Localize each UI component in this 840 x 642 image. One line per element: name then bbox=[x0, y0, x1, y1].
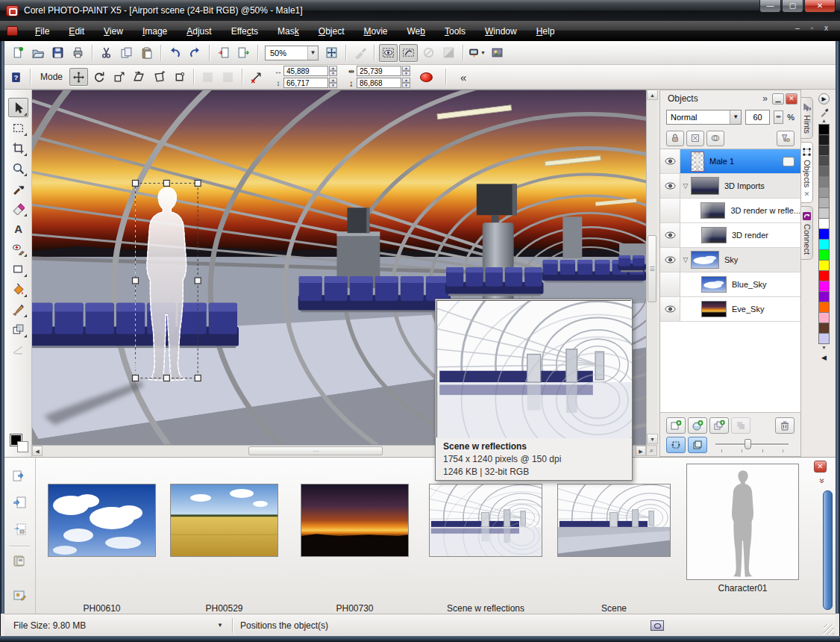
edit-image-icon[interactable] bbox=[10, 586, 28, 604]
navigator-icon[interactable]: ⌕ bbox=[646, 445, 657, 456]
new-lens-button[interactable] bbox=[688, 417, 707, 434]
size-w-spinner[interactable]: ▲▼ bbox=[402, 66, 410, 76]
thumbnail-image[interactable] bbox=[557, 484, 671, 557]
scroll-up-icon[interactable]: ▲ bbox=[647, 90, 658, 100]
palette-scroll-down-icon[interactable]: ▼ bbox=[821, 344, 827, 352]
merge-dropdown-icon[interactable]: ▼ bbox=[730, 110, 741, 124]
thumbnail-image[interactable] bbox=[301, 484, 409, 557]
status-dropdown-icon[interactable]: ▼ bbox=[217, 622, 232, 629]
color-swatch[interactable] bbox=[818, 145, 830, 156]
filmstrip-item[interactable]: PH00529 bbox=[170, 484, 278, 557]
menu-effects[interactable]: Effects bbox=[222, 23, 268, 40]
color-swatch[interactable] bbox=[818, 124, 830, 135]
filmstrip-close-button[interactable]: ✕ bbox=[814, 461, 827, 473]
mask-marquee-toggle[interactable] bbox=[399, 44, 418, 62]
size-h-input[interactable] bbox=[357, 78, 401, 88]
open-button[interactable] bbox=[28, 44, 47, 62]
color-swatch[interactable] bbox=[818, 176, 830, 187]
filmstrip-item[interactable]: Scene bbox=[557, 484, 671, 557]
tab-objects[interactable]: Objects✕ bbox=[801, 142, 813, 203]
color-swatch[interactable] bbox=[818, 270, 830, 281]
color-swatch[interactable] bbox=[818, 218, 830, 229]
menu-web[interactable]: Web bbox=[398, 23, 435, 40]
v-scroll-thumb[interactable]: ☰ bbox=[648, 235, 656, 302]
filmstrip-item[interactable]: Scene w reflections bbox=[429, 484, 542, 557]
browse-folder-icon[interactable] bbox=[10, 552, 28, 570]
zoom-level-combo[interactable]: 50%▼ bbox=[265, 46, 319, 60]
color-swatch[interactable] bbox=[818, 291, 830, 302]
thumbnail-image[interactable] bbox=[429, 484, 542, 557]
copy-button[interactable] bbox=[117, 44, 136, 62]
color-swatch[interactable] bbox=[818, 333, 830, 344]
position-y-input[interactable] bbox=[283, 78, 328, 88]
title-bar[interactable]: Corel PHOTO-PAINT X5 - [Airport scene (2… bbox=[0, 0, 840, 21]
layer-row-3d-render[interactable]: 3D render bbox=[660, 223, 800, 248]
eyedropper-tool[interactable] bbox=[8, 178, 28, 198]
eraser-tool[interactable] bbox=[8, 199, 28, 218]
new-button[interactable] bbox=[8, 44, 27, 62]
docker-minimize-button[interactable]: ▁ bbox=[772, 93, 784, 105]
thumbnail-image[interactable] bbox=[686, 464, 799, 580]
filmstrip-item[interactable]: PH00730 bbox=[301, 484, 409, 557]
lock-transparency-button[interactable] bbox=[666, 131, 684, 146]
visibility-eye-icon[interactable] bbox=[660, 223, 680, 247]
crop-tool[interactable] bbox=[8, 138, 28, 158]
thumbnail-image[interactable] bbox=[170, 484, 278, 557]
import-button[interactable] bbox=[214, 44, 233, 62]
menu-view[interactable]: View bbox=[94, 23, 133, 40]
size-h-spinner[interactable]: ▲▼ bbox=[402, 78, 410, 88]
skew-mode-button[interactable] bbox=[130, 68, 148, 86]
mdi-window-controls[interactable]: – ▫ x bbox=[795, 24, 833, 32]
color-swatch[interactable] bbox=[818, 260, 830, 271]
canvas-vertical-scrollbar[interactable]: ▲ ☰ ▼ bbox=[646, 90, 657, 445]
paste-button[interactable] bbox=[137, 44, 156, 62]
thumbnail-image[interactable] bbox=[48, 484, 156, 557]
menu-file[interactable]: File bbox=[25, 23, 59, 40]
position-y-spinner[interactable]: ▲▼ bbox=[329, 78, 337, 88]
merge-mode-select[interactable]: Normal ▼ bbox=[666, 110, 742, 125]
text-tool[interactable]: A bbox=[8, 219, 28, 238]
color-swatch[interactable] bbox=[818, 322, 830, 334]
color-swatch[interactable] bbox=[818, 134, 830, 146]
position-x-input[interactable] bbox=[283, 66, 328, 76]
document-info-icon[interactable] bbox=[651, 620, 664, 631]
filmstrip-item[interactable]: Character01 bbox=[686, 464, 799, 580]
pick-tool[interactable] bbox=[8, 98, 28, 117]
layer-row-3d-imports[interactable]: ▽3D Imports bbox=[660, 174, 800, 199]
mask-overlay-toggle[interactable] bbox=[379, 44, 398, 62]
menu-help[interactable]: Help bbox=[527, 23, 565, 40]
zoom-fit-button[interactable] bbox=[322, 44, 341, 62]
visibility-off-cell[interactable] bbox=[660, 272, 680, 296]
filmstrip-item[interactable]: PH00610 bbox=[48, 484, 156, 557]
clip-mask-thumbnail[interactable] bbox=[783, 157, 794, 166]
restore-button[interactable]: ▢ bbox=[782, 0, 803, 13]
color-swatch[interactable] bbox=[818, 239, 830, 250]
tab-hints[interactable]: ?Hints bbox=[801, 97, 813, 139]
scroll-left-icon[interactable]: ◀ bbox=[32, 446, 43, 456]
close-button[interactable]: ✕ bbox=[804, 0, 836, 13]
menu-image[interactable]: Image bbox=[133, 23, 177, 40]
color-swatch[interactable] bbox=[818, 197, 830, 208]
visibility-off-cell[interactable] bbox=[660, 199, 680, 222]
expand-triangle-icon[interactable]: ▽ bbox=[680, 182, 691, 190]
layer-row-3d-render-w-refle-[interactable]: 3D render w refle... bbox=[660, 199, 800, 223]
save-button[interactable] bbox=[48, 44, 67, 62]
palette-eyedropper-icon[interactable] bbox=[820, 107, 829, 117]
object-transparency-tool[interactable] bbox=[8, 320, 28, 339]
size-w-input[interactable] bbox=[357, 66, 401, 76]
image-adjustment-lab-button[interactable] bbox=[488, 44, 507, 62]
menu-window[interactable]: Window bbox=[475, 23, 527, 40]
visibility-eye-icon[interactable] bbox=[660, 149, 680, 173]
color-swatch[interactable] bbox=[818, 249, 830, 261]
background-color-swatch[interactable] bbox=[17, 441, 28, 452]
menu-edit[interactable]: Edit bbox=[59, 23, 94, 40]
scroll-right-icon[interactable]: ▶ bbox=[636, 446, 646, 456]
export-button[interactable] bbox=[234, 44, 253, 62]
color-swatch[interactable] bbox=[818, 312, 830, 323]
opacity-spinner[interactable]: ⇹ bbox=[774, 110, 783, 124]
rectangle-tool[interactable] bbox=[8, 259, 28, 278]
docker-chevron-icon[interactable]: » bbox=[762, 93, 768, 104]
thumbnail-size-slider[interactable] bbox=[715, 437, 789, 452]
undo-button[interactable] bbox=[166, 44, 184, 62]
docker-close-button[interactable]: ✕ bbox=[786, 93, 797, 105]
